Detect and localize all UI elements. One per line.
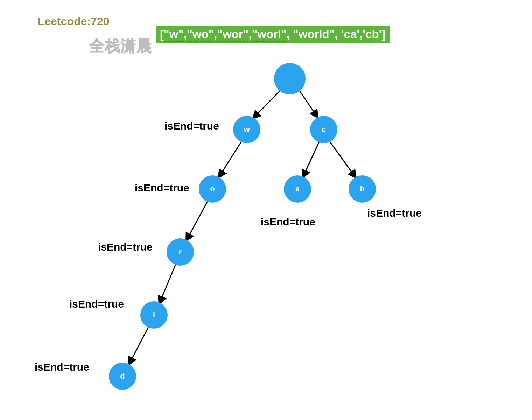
banner-item-1: "wo" [187, 28, 214, 42]
svg-line-7 [129, 327, 149, 365]
svg-line-6 [159, 264, 176, 304]
trie-node-d: d [109, 363, 136, 390]
banner-item-5: 'ca' [341, 28, 359, 41]
isend-label-l: isEnd=true [69, 298, 124, 310]
isend-label-a: isEnd=true [261, 216, 315, 228]
svg-line-3 [303, 142, 319, 177]
banner-item-6: 'cb' [363, 28, 382, 41]
trie-node-w: w [233, 116, 260, 143]
tree-edges [0, 0, 532, 420]
isend-label-d: isEnd=true [35, 361, 89, 373]
trie-node-b: b [349, 175, 376, 203]
page-title: Leetcode:720 [38, 15, 110, 28]
trie-node-o: o [199, 175, 226, 203]
banner-item-3: "worl" [252, 28, 287, 42]
trie-node-r: r [167, 238, 194, 266]
trie-node-root [274, 63, 306, 94]
watermark-text: 全栈潇晨 [89, 36, 152, 56]
svg-line-4 [330, 141, 356, 178]
trie-node-c: c [310, 116, 337, 143]
trie-node-a: a [284, 175, 311, 203]
banner-item-4: "world" [293, 28, 335, 41]
banner-prefix: [ [160, 28, 164, 41]
banner-item-2: "wor" [217, 28, 248, 42]
isend-label-r: isEnd=true [98, 241, 153, 253]
trie-node-l: l [140, 301, 168, 329]
isend-label-w: isEnd=true [164, 120, 219, 132]
svg-line-2 [219, 141, 241, 177]
input-array-banner: ["w","wo","wor","worl", "world", 'ca','c… [156, 26, 390, 43]
svg-line-1 [299, 90, 318, 118]
svg-line-5 [186, 201, 208, 241]
banner-suffix: ] [382, 28, 386, 41]
isend-label-b: isEnd=true [367, 207, 422, 219]
svg-line-0 [253, 90, 281, 118]
banner-item-0: "w" [164, 28, 184, 42]
isend-label-o: isEnd=true [135, 182, 189, 194]
